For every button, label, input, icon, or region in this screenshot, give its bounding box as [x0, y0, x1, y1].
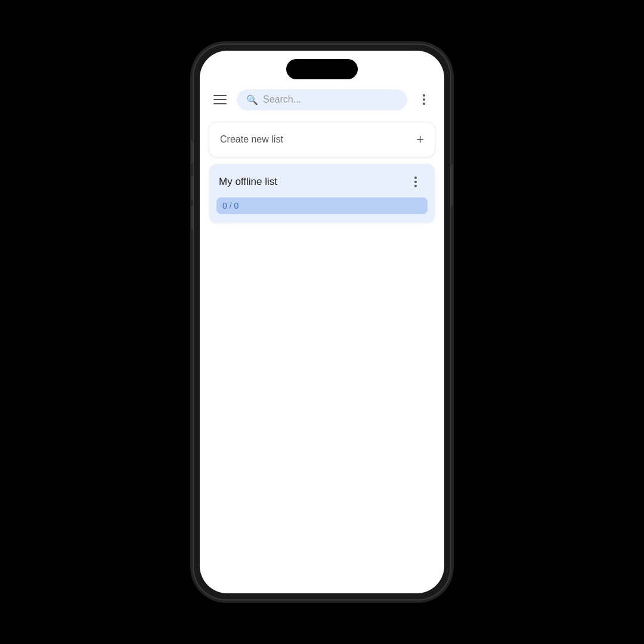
offline-list-header: My offline list: [209, 164, 435, 197]
offline-list-title: My offline list: [219, 176, 277, 188]
dot-c: [414, 185, 417, 187]
dot-1: [423, 94, 425, 97]
progress-text: 0 / 0: [222, 201, 239, 210]
search-icon: 🔍: [246, 94, 258, 106]
create-new-list-label: Create new list: [220, 134, 283, 145]
dot-a: [414, 177, 417, 179]
offline-list-dots-icon: [414, 177, 417, 187]
create-new-list-card[interactable]: Create new list +: [209, 122, 435, 157]
offline-list-card: My offline list 0 / 0: [209, 164, 435, 222]
dot-3: [423, 103, 425, 105]
header-more-button[interactable]: [413, 89, 435, 110]
search-input[interactable]: Search...: [263, 94, 398, 105]
dot-b: [414, 181, 417, 183]
hamburger-line-2: [213, 99, 227, 100]
phone-shell: 🔍 Search... Create new list +: [194, 45, 450, 599]
content-area: Create new list + My offline list: [200, 115, 444, 593]
vertical-dots-icon: [423, 94, 425, 105]
hamburger-line-1: [213, 95, 227, 96]
dot-2: [423, 98, 425, 101]
search-bar[interactable]: 🔍 Search...: [237, 89, 407, 110]
offline-list-more-button[interactable]: [406, 172, 425, 191]
top-bar: 🔍 Search...: [200, 84, 444, 115]
progress-bar-wrapper: 0 / 0: [216, 197, 428, 214]
hamburger-line-3: [213, 103, 227, 104]
dynamic-island: [286, 59, 358, 79]
phone-screen: 🔍 Search... Create new list +: [200, 51, 444, 593]
plus-icon: +: [416, 132, 424, 147]
hamburger-menu-button[interactable]: [209, 89, 231, 110]
